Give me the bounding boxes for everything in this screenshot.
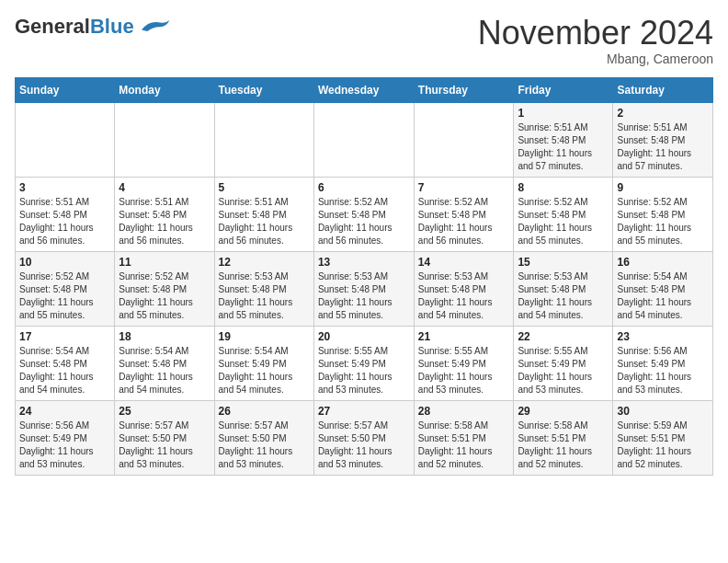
day-number: 13 bbox=[318, 256, 410, 269]
day-number: 1 bbox=[518, 107, 609, 120]
calendar-cell: 13Sunrise: 5:53 AM Sunset: 5:48 PM Dayli… bbox=[313, 251, 414, 326]
day-number: 17 bbox=[19, 330, 110, 343]
day-number: 11 bbox=[119, 256, 210, 269]
month-title: November 2024 bbox=[478, 15, 713, 52]
calendar-header-friday: Friday bbox=[514, 77, 613, 102]
day-info: Sunrise: 5:53 AM Sunset: 5:48 PM Dayligh… bbox=[418, 270, 510, 322]
day-number: 16 bbox=[617, 256, 709, 269]
calendar-cell bbox=[214, 102, 313, 177]
day-number: 27 bbox=[318, 405, 410, 418]
day-info: Sunrise: 5:51 AM Sunset: 5:48 PM Dayligh… bbox=[219, 196, 310, 247]
calendar-cell: 24Sunrise: 5:56 AM Sunset: 5:49 PM Dayli… bbox=[16, 400, 115, 475]
calendar-cell: 29Sunrise: 5:58 AM Sunset: 5:51 PM Dayli… bbox=[514, 400, 613, 475]
day-info: Sunrise: 5:54 AM Sunset: 5:48 PM Dayligh… bbox=[617, 270, 709, 322]
calendar-cell: 1Sunrise: 5:51 AM Sunset: 5:48 PM Daylig… bbox=[514, 102, 613, 177]
day-number: 14 bbox=[418, 256, 510, 269]
location: Mbang, Cameroon bbox=[478, 52, 713, 66]
day-number: 29 bbox=[518, 405, 609, 418]
day-info: Sunrise: 5:53 AM Sunset: 5:48 PM Dayligh… bbox=[219, 270, 310, 322]
calendar-cell bbox=[313, 102, 414, 177]
day-info: Sunrise: 5:54 AM Sunset: 5:48 PM Dayligh… bbox=[119, 345, 210, 396]
day-info: Sunrise: 5:57 AM Sunset: 5:50 PM Dayligh… bbox=[318, 419, 410, 471]
calendar-cell: 5Sunrise: 5:51 AM Sunset: 5:48 PM Daylig… bbox=[214, 177, 313, 251]
calendar-cell: 21Sunrise: 5:55 AM Sunset: 5:49 PM Dayli… bbox=[414, 326, 514, 400]
day-info: Sunrise: 5:59 AM Sunset: 5:51 PM Dayligh… bbox=[617, 419, 709, 471]
day-info: Sunrise: 5:52 AM Sunset: 5:48 PM Dayligh… bbox=[418, 196, 510, 247]
day-number: 23 bbox=[617, 330, 709, 343]
day-info: Sunrise: 5:53 AM Sunset: 5:48 PM Dayligh… bbox=[518, 270, 609, 322]
day-number: 24 bbox=[19, 405, 110, 418]
day-info: Sunrise: 5:55 AM Sunset: 5:49 PM Dayligh… bbox=[318, 345, 410, 396]
day-info: Sunrise: 5:51 AM Sunset: 5:48 PM Dayligh… bbox=[19, 196, 110, 247]
day-info: Sunrise: 5:52 AM Sunset: 5:48 PM Dayligh… bbox=[617, 196, 709, 247]
day-number: 22 bbox=[518, 330, 609, 343]
logo: General Blue bbox=[15, 15, 171, 39]
day-number: 9 bbox=[617, 181, 709, 194]
day-number: 30 bbox=[617, 405, 709, 418]
day-number: 18 bbox=[119, 330, 210, 343]
day-info: Sunrise: 5:58 AM Sunset: 5:51 PM Dayligh… bbox=[518, 419, 609, 471]
day-info: Sunrise: 5:51 AM Sunset: 5:48 PM Dayligh… bbox=[518, 121, 609, 173]
day-info: Sunrise: 5:57 AM Sunset: 5:50 PM Dayligh… bbox=[119, 419, 210, 471]
calendar-header-row: SundayMondayTuesdayWednesdayThursdayFrid… bbox=[16, 77, 713, 102]
calendar-cell: 3Sunrise: 5:51 AM Sunset: 5:48 PM Daylig… bbox=[16, 177, 115, 251]
day-number: 21 bbox=[418, 330, 510, 343]
day-info: Sunrise: 5:53 AM Sunset: 5:48 PM Dayligh… bbox=[318, 270, 410, 322]
day-number: 19 bbox=[219, 330, 310, 343]
day-info: Sunrise: 5:51 AM Sunset: 5:48 PM Dayligh… bbox=[119, 196, 210, 247]
calendar-cell: 25Sunrise: 5:57 AM Sunset: 5:50 PM Dayli… bbox=[115, 400, 214, 475]
calendar-header-sunday: Sunday bbox=[16, 77, 115, 102]
calendar-cell: 2Sunrise: 5:51 AM Sunset: 5:48 PM Daylig… bbox=[613, 102, 713, 177]
calendar-cell: 18Sunrise: 5:54 AM Sunset: 5:48 PM Dayli… bbox=[115, 326, 214, 400]
logo-general-text: General bbox=[15, 15, 90, 39]
day-number: 20 bbox=[318, 330, 410, 343]
calendar-cell: 11Sunrise: 5:52 AM Sunset: 5:48 PM Dayli… bbox=[115, 251, 214, 326]
calendar-cell bbox=[115, 102, 214, 177]
title-block: November 2024 Mbang, Cameroon bbox=[478, 15, 713, 66]
day-info: Sunrise: 5:56 AM Sunset: 5:49 PM Dayligh… bbox=[19, 419, 110, 471]
day-info: Sunrise: 5:52 AM Sunset: 5:48 PM Dayligh… bbox=[19, 270, 110, 322]
calendar-table: SundayMondayTuesdayWednesdayThursdayFrid… bbox=[15, 77, 713, 476]
calendar-header-thursday: Thursday bbox=[414, 77, 514, 102]
calendar-cell: 9Sunrise: 5:52 AM Sunset: 5:48 PM Daylig… bbox=[613, 177, 713, 251]
calendar-week-0: 1Sunrise: 5:51 AM Sunset: 5:48 PM Daylig… bbox=[16, 102, 713, 177]
calendar-cell: 4Sunrise: 5:51 AM Sunset: 5:48 PM Daylig… bbox=[115, 177, 214, 251]
day-number: 25 bbox=[119, 405, 210, 418]
calendar-header-tuesday: Tuesday bbox=[214, 77, 313, 102]
calendar-cell: 26Sunrise: 5:57 AM Sunset: 5:50 PM Dayli… bbox=[214, 400, 313, 475]
calendar-cell: 28Sunrise: 5:58 AM Sunset: 5:51 PM Dayli… bbox=[414, 400, 514, 475]
logo-bird-icon bbox=[134, 17, 171, 35]
day-number: 8 bbox=[518, 181, 609, 194]
day-number: 15 bbox=[518, 256, 609, 269]
calendar-cell: 15Sunrise: 5:53 AM Sunset: 5:48 PM Dayli… bbox=[514, 251, 613, 326]
calendar-week-2: 10Sunrise: 5:52 AM Sunset: 5:48 PM Dayli… bbox=[16, 251, 713, 326]
calendar-cell: 12Sunrise: 5:53 AM Sunset: 5:48 PM Dayli… bbox=[214, 251, 313, 326]
calendar-week-1: 3Sunrise: 5:51 AM Sunset: 5:48 PM Daylig… bbox=[16, 177, 713, 251]
day-number: 4 bbox=[119, 181, 210, 194]
calendar-cell: 6Sunrise: 5:52 AM Sunset: 5:48 PM Daylig… bbox=[313, 177, 414, 251]
calendar-cell: 10Sunrise: 5:52 AM Sunset: 5:48 PM Dayli… bbox=[16, 251, 115, 326]
day-info: Sunrise: 5:52 AM Sunset: 5:48 PM Dayligh… bbox=[318, 196, 410, 247]
day-number: 2 bbox=[617, 107, 709, 120]
day-info: Sunrise: 5:52 AM Sunset: 5:48 PM Dayligh… bbox=[518, 196, 609, 247]
calendar-cell: 16Sunrise: 5:54 AM Sunset: 5:48 PM Dayli… bbox=[613, 251, 713, 326]
calendar-cell: 7Sunrise: 5:52 AM Sunset: 5:48 PM Daylig… bbox=[414, 177, 514, 251]
day-number: 26 bbox=[219, 405, 310, 418]
day-number: 12 bbox=[219, 256, 310, 269]
calendar-header-saturday: Saturday bbox=[613, 77, 713, 102]
calendar-cell: 14Sunrise: 5:53 AM Sunset: 5:48 PM Dayli… bbox=[414, 251, 514, 326]
day-number: 5 bbox=[219, 181, 310, 194]
calendar-cell: 8Sunrise: 5:52 AM Sunset: 5:48 PM Daylig… bbox=[514, 177, 613, 251]
calendar-header-wednesday: Wednesday bbox=[313, 77, 414, 102]
calendar-cell: 23Sunrise: 5:56 AM Sunset: 5:49 PM Dayli… bbox=[613, 326, 713, 400]
calendar-cell: 27Sunrise: 5:57 AM Sunset: 5:50 PM Dayli… bbox=[313, 400, 414, 475]
calendar-header-monday: Monday bbox=[115, 77, 214, 102]
calendar-cell: 22Sunrise: 5:55 AM Sunset: 5:49 PM Dayli… bbox=[514, 326, 613, 400]
logo-blue-text: Blue bbox=[90, 15, 134, 39]
day-info: Sunrise: 5:52 AM Sunset: 5:48 PM Dayligh… bbox=[119, 270, 210, 322]
day-info: Sunrise: 5:55 AM Sunset: 5:49 PM Dayligh… bbox=[418, 345, 510, 396]
day-info: Sunrise: 5:57 AM Sunset: 5:50 PM Dayligh… bbox=[219, 419, 310, 471]
calendar-cell bbox=[414, 102, 514, 177]
day-info: Sunrise: 5:54 AM Sunset: 5:49 PM Dayligh… bbox=[219, 345, 310, 396]
calendar-cell: 20Sunrise: 5:55 AM Sunset: 5:49 PM Dayli… bbox=[313, 326, 414, 400]
